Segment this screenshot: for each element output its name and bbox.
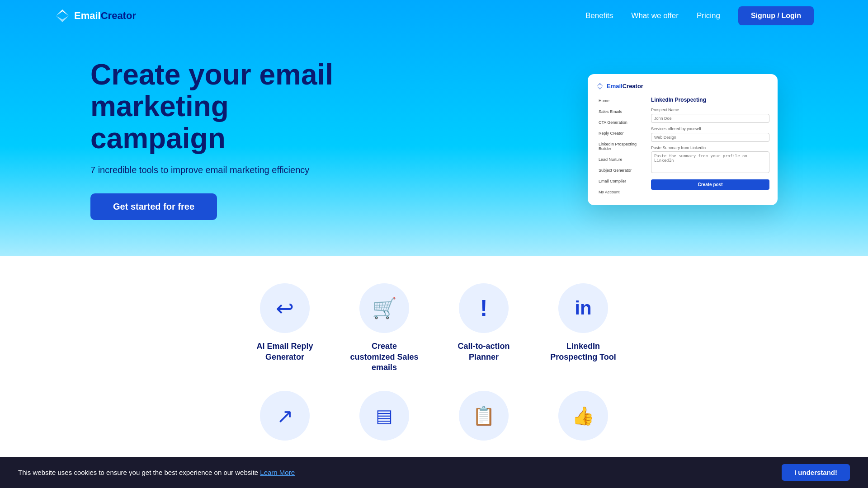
feature-7-icon-circle: 📋 [459,391,509,441]
feature-sales-emails: 🛒 Create customized Sales emails [348,283,420,373]
linkedin-label: LinkedIn Prospecting Tool [547,341,619,362]
exclamation-icon: ! [480,295,488,321]
app-logo-label: EmailCreator [607,83,643,89]
app-field-paste-label: Paste Summary from LinkedIn [651,145,769,150]
clipboard-icon: 📋 [472,405,495,427]
nav-link-benefits[interactable]: Benefits [585,11,613,20]
sidebar-item-linkedin[interactable]: LinkedIn Prospecting Builder [596,140,646,153]
sidebar-item-compiler[interactable]: Email Compiler [596,177,646,185]
feature-linkedin: in LinkedIn Prospecting Tool [547,283,619,373]
sidebar-item-sales[interactable]: Sales Emails [596,108,646,116]
app-create-button[interactable]: Create post [651,179,769,190]
feature-6-icon-circle: ▤ [359,391,409,441]
app-body: Home Sales Emails CTA Generation Reply C… [596,97,769,196]
feature-5-icon-circle: ↗ [260,391,310,441]
logo-label: EmailCreator [74,10,136,22]
signup-button[interactable]: Signup / Login [738,6,814,25]
thumbsup-icon: 👍 [572,405,594,427]
hero-subtitle: 7 incredible tools to improve email mark… [90,165,362,175]
feature-7: 📋 [448,391,520,441]
sales-emails-icon-circle: 🛒 [359,283,409,333]
nav-links: Benefits What we offer Pricing Signup / … [585,6,814,25]
ai-email-reply-label: AI Email Reply Generator [249,341,321,362]
app-field-paste-textarea[interactable] [651,151,769,173]
cart-icon: 🛒 [372,296,397,320]
app-field-services-input[interactable] [651,133,769,142]
cookie-accept-button[interactable]: I understand! [782,464,850,481]
hero-section: Create your email marketing campaign 7 i… [0,32,868,256]
app-sidebar: Home Sales Emails CTA Generation Reply C… [596,97,646,196]
feature-8-icon-circle: 👍 [558,391,608,441]
app-section-title: LinkedIn Prospecting [651,97,769,103]
app-logo-icon [596,82,604,90]
sidebar-item-reply[interactable]: Reply Creator [596,129,646,137]
sidebar-item-home[interactable]: Home [596,97,646,105]
features-section: ↩ AI Email Reply Generator 🛒 Create cust… [0,256,868,459]
navbar: EmailCreator Benefits What we offer Pric… [0,0,868,32]
sidebar-item-cta[interactable]: CTA Generation [596,118,646,127]
cookie-learn-more-link[interactable]: Learn More [260,469,295,476]
app-preview: EmailCreator Home Sales Emails CTA Gener… [588,74,778,205]
feature-5: ↗ [249,391,321,441]
cta-planner-label: Call-to-action Planner [448,341,520,362]
feature-cta-planner: ! Call-to-action Planner [448,283,520,373]
logo[interactable]: EmailCreator [54,8,136,24]
feature-8: 👍 [547,391,619,441]
sidebar-item-lead[interactable]: Lead Nurture [596,155,646,164]
app-field-services-label: Services offered by yourself [651,127,769,131]
sales-emails-label: Create customized Sales emails [348,341,420,373]
app-main-content: LinkedIn Prospecting Prospect Name Servi… [651,97,769,196]
app-preview-header: EmailCreator [596,82,769,90]
feature-6: ▤ [348,391,420,441]
features-row2: ↗ ▤ 📋 👍 [90,391,778,441]
linkedin-icon-circle: in [558,283,608,333]
arrow-up-right-icon: ↗ [277,404,293,427]
doc-icon: ▤ [376,405,393,426]
app-field-prospect-input[interactable] [651,114,769,123]
features-row1: ↩ AI Email Reply Generator 🛒 Create cust… [90,283,778,373]
get-started-button[interactable]: Get started for free [90,193,217,220]
reply-icon: ↩ [276,296,294,321]
cookie-banner: This website uses cookies to ensure you … [0,457,868,488]
cta-planner-icon-circle: ! [459,283,509,333]
app-field-prospect-label: Prospect Name [651,108,769,112]
nav-link-what-we-offer[interactable]: What we offer [631,11,679,20]
sidebar-item-subject[interactable]: Subject Generator [596,166,646,174]
cookie-message: This website uses cookies to ensure you … [18,469,764,476]
svg-marker-1 [56,16,69,22]
svg-marker-2 [597,83,603,86]
svg-marker-0 [56,9,69,16]
hero-left: Create your email marketing campaign 7 i… [90,59,362,220]
feature-ai-email-reply: ↩ AI Email Reply Generator [249,283,321,373]
logo-icon [54,8,71,24]
svg-marker-3 [597,86,603,89]
sidebar-item-account[interactable]: My Account [596,188,646,196]
linkedin-icon: in [575,297,591,319]
hero-title: Create your email marketing campaign [90,59,362,154]
nav-link-pricing[interactable]: Pricing [697,11,720,20]
ai-email-reply-icon-circle: ↩ [260,283,310,333]
